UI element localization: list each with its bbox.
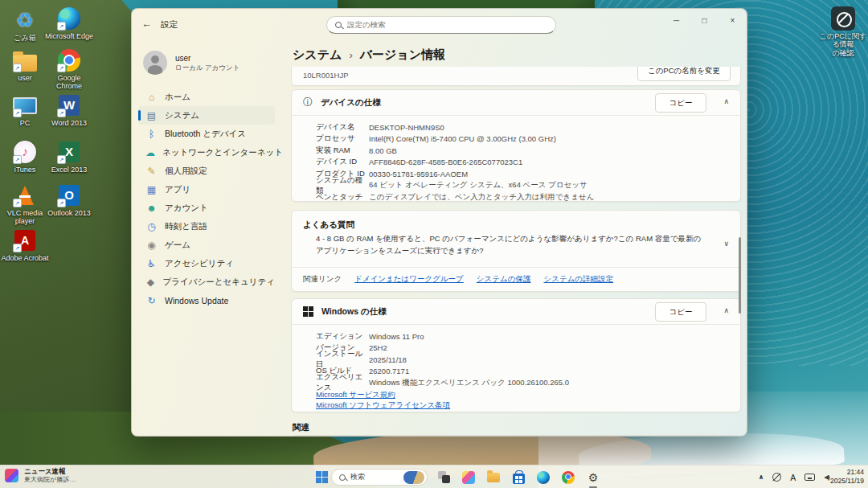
desktop-icon-recycle-bin[interactable]: ♻ ごみ箱 [0, 8, 50, 42]
icon-label: Adobe Acrobat [0, 254, 50, 262]
close-button[interactable]: × [719, 9, 747, 33]
sidebar-item-accessibility[interactable]: ♿ アクセシビリティ [138, 254, 275, 273]
volume-icon[interactable]: ◀) [824, 474, 829, 481]
sidebar-item-personalization[interactable]: ✎ 個人用設定 [138, 162, 275, 180]
spec-row-pen-touch: ペンとタッチ このディスプレイでは、ペン入力とタッチ入力は利用できません [316, 191, 740, 203]
copy-device-spec-button[interactable]: コピー [655, 93, 706, 113]
search-highlight-image [403, 471, 424, 484]
windows-spec-card: Windows の仕様 コピー ∧ エディション Windows 11 Pro … [291, 298, 741, 412]
breadcrumb-separator: › [349, 49, 352, 61]
minimize-button[interactable]: ─ [662, 9, 690, 33]
sidebar-item-home[interactable]: ⌂ ホーム [138, 88, 275, 106]
breadcrumb-system[interactable]: システム [293, 47, 342, 63]
copilot-button[interactable] [460, 469, 477, 486]
device-model-text: 10LR001HJP [303, 71, 349, 80]
rename-pc-button[interactable]: このPCの名前を変更 [637, 67, 731, 81]
icon-label-line1: このPCに関する情報 [820, 32, 866, 48]
file-explorer-button[interactable] [485, 469, 502, 486]
page-title: バージョン情報 [360, 47, 445, 63]
sidebar-item-accounts[interactable]: ☻ アカウント [138, 199, 275, 217]
widgets-button[interactable]: ニュース速報 東大病院が勝訴… [5, 467, 76, 484]
link-advanced-system-settings[interactable]: システムの詳細設定 [543, 274, 613, 285]
icon-label: VLC media player [0, 209, 50, 226]
windows-spec-title: Windows の仕様 [321, 306, 387, 318]
system-tray: ∧ A ◀) [759, 465, 829, 488]
link-domain-workgroup[interactable]: ドメインまたはワークグループ [354, 274, 464, 285]
start-button[interactable] [306, 469, 324, 486]
sidebar-item-apps[interactable]: ▦ アプリ [138, 180, 275, 199]
spec-row-edition: エディション Windows 11 Pro [316, 330, 740, 342]
link-ms-software-license[interactable]: Microsoft ソフトウェアライセンス条項 [316, 400, 450, 411]
spec-row-product-id: プロダクト ID 00330-51781-95916-AAOEM [316, 168, 740, 180]
shield-icon: ◆ [145, 277, 156, 287]
sidebar-item-gaming[interactable]: ◉ ゲーム [138, 236, 275, 254]
excel-icon: X [57, 140, 81, 164]
desktop-icon-acrobat[interactable]: A Adobe Acrobat [0, 228, 50, 262]
desktop-icon-pc-info-shortcut[interactable]: このPCに関する情報 の確認 [818, 6, 868, 57]
user-account-block[interactable]: user ローカル アカウント [143, 51, 240, 75]
taskbar-search-placeholder: 検索 [350, 472, 399, 482]
user-account-type: ローカル アカウント [175, 64, 240, 72]
link-system-protection[interactable]: システムの保護 [477, 274, 531, 285]
screen: ♻ ごみ箱 user PC ♪ iTunes VLC media player … [0, 0, 868, 488]
desktop-icon-excel[interactable]: X Excel 2013 [44, 140, 94, 174]
sidebar-item-windows-update[interactable]: ↻ Windows Update [138, 291, 275, 310]
hidden-icons-chevron[interactable]: ∧ [759, 474, 764, 481]
sidebar-item-system[interactable]: ▤ システム [138, 106, 275, 125]
settings-window: ← 設定 設定の検索 ─ □ × user ローカル アカウント [131, 8, 747, 437]
clock-icon: ◷ [145, 222, 158, 232]
microsoft-store-button[interactable] [510, 469, 527, 486]
copy-windows-spec-button[interactable]: コピー [655, 302, 706, 322]
search-icon [335, 22, 342, 28]
sidebar-item-privacy[interactable]: ◆ プライバシーとセキュリティ [138, 273, 275, 291]
icon-label: user [0, 74, 50, 82]
desktop-icon-outlook[interactable]: O Outlook 2013 [44, 183, 94, 217]
sidebar-item-network[interactable]: ☁ ネットワークとインターネット [138, 143, 275, 162]
ime-indicator[interactable]: A [790, 473, 796, 482]
sidebar-item-time-language[interactable]: ◷ 時刻と言語 [138, 217, 275, 236]
gamepad-icon: ◉ [145, 240, 158, 250]
related-links-label: 関連リンク [303, 274, 342, 285]
chrome-taskbar-button[interactable] [559, 469, 577, 486]
desktop-icon-vlc[interactable]: VLC media player [0, 183, 50, 226]
task-view-button[interactable] [435, 469, 452, 486]
taskbar-search-box[interactable]: 検索 [331, 469, 428, 486]
accounts-icon: ☻ [145, 203, 158, 213]
desktop-icon-edge[interactable]: Microsoft Edge [44, 6, 94, 40]
faq-card: よくある質問 4 - 8 GB の RAM を使用すると、PC のパフォーマンス… [291, 210, 741, 292]
touch-keyboard-icon[interactable] [805, 474, 815, 481]
maximize-button[interactable]: □ [690, 9, 719, 33]
expand-chevron-icon[interactable]: ∨ [723, 240, 729, 248]
file-explorer-icon [487, 473, 500, 482]
desktop-icon-word[interactable]: W Word 2013 [44, 93, 94, 127]
back-button[interactable]: ← [141, 18, 152, 30]
folder-icon [13, 48, 37, 72]
window-title: 設定 [161, 19, 178, 31]
spec-row-device-name: デバイス名 DESKTOP-NHMN9S0 [316, 121, 740, 133]
desktop-icon-chrome[interactable]: Google Chrome [44, 48, 94, 91]
bluetooth-icon: ᛒ [145, 129, 158, 139]
link-ms-services-agreement[interactable]: Microsoft サービス規約 [316, 390, 395, 400]
search-placeholder: 設定の検索 [347, 20, 386, 31]
gear-icon: ⚙ [588, 472, 599, 483]
desktop-icon-user-folder[interactable]: user [0, 48, 50, 82]
collapse-chevron-icon[interactable]: ∧ [723, 97, 729, 105]
edge-taskbar-button[interactable] [534, 469, 552, 486]
itunes-icon: ♪ [13, 140, 37, 164]
collapse-chevron-icon[interactable]: ∧ [723, 306, 729, 314]
sidebar-item-bluetooth[interactable]: ᛒ Bluetooth とデバイス [138, 125, 275, 143]
spec-row-install-date: インストール日 2025/11/18 [316, 354, 740, 366]
no-internet-icon[interactable] [772, 473, 781, 482]
desktop-icon-pc[interactable]: PC [0, 93, 50, 127]
spec-row-device-id: デバイス ID AFF8846D-628F-4585-B0E6-265C0770… [316, 157, 740, 169]
scrollbar-thumb[interactable] [739, 237, 741, 314]
taskbar-clock[interactable]: 21:44 2025/11/19 [830, 468, 864, 486]
desktop-icon-itunes[interactable]: ♪ iTunes [0, 140, 50, 174]
settings-search-input[interactable]: 設定の検索 [326, 16, 556, 34]
accessibility-icon: ♿ [145, 259, 158, 269]
related-card-partial [291, 435, 741, 437]
faq-question[interactable]: 4 - 8 GB の RAM を使用すると、PC のパフォーマンスにどのような影… [316, 233, 706, 256]
clock-date: 2025/11/19 [830, 477, 864, 486]
settings-taskbar-button[interactable]: ⚙ [584, 469, 602, 486]
icon-label: ごみ箱 [0, 34, 50, 42]
